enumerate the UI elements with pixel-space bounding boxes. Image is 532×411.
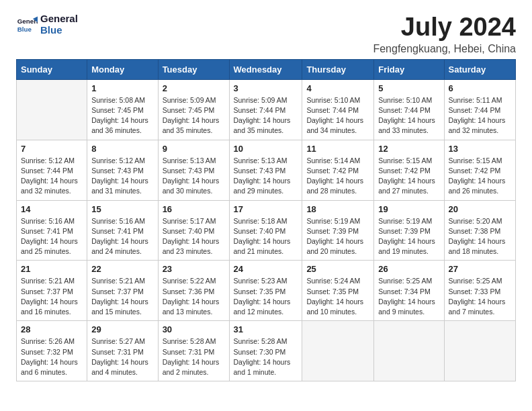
day-info: Sunrise: 5:24 AMSunset: 7:35 PMDaylight:… (306, 276, 369, 317)
col-header-thursday: Thursday (302, 59, 374, 79)
calendar-cell (374, 321, 444, 381)
calendar-cell: 28Sunrise: 5:26 AMSunset: 7:32 PMDayligh… (17, 321, 87, 381)
calendar-week-row: 7Sunrise: 5:12 AMSunset: 7:44 PMDaylight… (17, 140, 516, 200)
calendar-header-row: SundayMondayTuesdayWednesdayThursdayFrid… (17, 59, 516, 79)
calendar-week-row: 21Sunrise: 5:21 AMSunset: 7:37 PMDayligh… (17, 261, 516, 321)
col-header-tuesday: Tuesday (158, 59, 229, 79)
day-number: 22 (91, 264, 153, 274)
day-info: Sunrise: 5:10 AMSunset: 7:44 PMDaylight:… (378, 95, 439, 136)
day-number: 13 (449, 144, 512, 154)
day-info: Sunrise: 5:12 AMSunset: 7:44 PMDaylight:… (21, 156, 83, 197)
day-number: 8 (91, 144, 153, 154)
calendar-cell: 19Sunrise: 5:19 AMSunset: 7:39 PMDayligh… (374, 200, 444, 261)
calendar-cell: 26Sunrise: 5:25 AMSunset: 7:34 PMDayligh… (374, 261, 444, 321)
calendar-cell: 25Sunrise: 5:24 AMSunset: 7:35 PMDayligh… (302, 261, 374, 321)
calendar-cell: 8Sunrise: 5:12 AMSunset: 7:43 PMDaylight… (87, 140, 158, 200)
day-number: 24 (234, 264, 298, 274)
calendar-cell: 27Sunrise: 5:25 AMSunset: 7:33 PMDayligh… (444, 261, 516, 321)
main-title: July 2024 (373, 13, 516, 42)
day-number: 19 (378, 204, 439, 214)
calendar-cell: 5Sunrise: 5:10 AMSunset: 7:44 PMDaylight… (374, 79, 444, 140)
day-info: Sunrise: 5:09 AMSunset: 7:45 PMDaylight:… (163, 95, 225, 136)
day-info: Sunrise: 5:08 AMSunset: 7:45 PMDaylight:… (91, 95, 153, 136)
svg-text:Blue: Blue (17, 25, 32, 32)
calendar-cell: 18Sunrise: 5:19 AMSunset: 7:39 PMDayligh… (302, 200, 374, 261)
calendar-cell: 31Sunrise: 5:28 AMSunset: 7:30 PMDayligh… (229, 321, 302, 381)
day-number: 12 (378, 144, 439, 154)
day-number: 3 (234, 83, 298, 93)
col-header-saturday: Saturday (444, 59, 516, 79)
day-info: Sunrise: 5:10 AMSunset: 7:44 PMDaylight:… (306, 95, 369, 136)
title-block: July 2024 Fengfengkuang, Hebei, China (373, 13, 516, 55)
day-number: 14 (21, 204, 83, 214)
day-number: 4 (306, 83, 369, 93)
day-number: 18 (306, 204, 369, 214)
day-number: 10 (234, 144, 298, 154)
day-info: Sunrise: 5:21 AMSunset: 7:37 PMDaylight:… (91, 276, 153, 317)
day-number: 21 (21, 264, 83, 274)
day-number: 17 (234, 204, 298, 214)
calendar-cell: 14Sunrise: 5:16 AMSunset: 7:41 PMDayligh… (17, 200, 87, 261)
day-number: 29 (91, 324, 153, 334)
day-info: Sunrise: 5:11 AMSunset: 7:44 PMDaylight:… (449, 95, 512, 136)
subtitle: Fengfengkuang, Hebei, China (373, 43, 516, 55)
day-number: 1 (91, 83, 153, 93)
calendar-table: SundayMondayTuesdayWednesdayThursdayFrid… (16, 59, 516, 381)
col-header-monday: Monday (87, 59, 158, 79)
calendar-cell: 13Sunrise: 5:15 AMSunset: 7:42 PMDayligh… (444, 140, 516, 200)
day-info: Sunrise: 5:13 AMSunset: 7:43 PMDaylight:… (163, 156, 225, 197)
day-info: Sunrise: 5:14 AMSunset: 7:42 PMDaylight:… (306, 156, 369, 197)
day-info: Sunrise: 5:16 AMSunset: 7:41 PMDaylight:… (21, 216, 83, 257)
day-number: 26 (378, 264, 439, 274)
calendar-cell: 20Sunrise: 5:20 AMSunset: 7:38 PMDayligh… (444, 200, 516, 261)
day-number: 31 (234, 324, 298, 334)
calendar-cell: 30Sunrise: 5:28 AMSunset: 7:31 PMDayligh… (158, 321, 229, 381)
day-number: 7 (21, 144, 83, 154)
calendar-cell: 1Sunrise: 5:08 AMSunset: 7:45 PMDaylight… (87, 79, 158, 140)
day-info: Sunrise: 5:20 AMSunset: 7:38 PMDaylight:… (449, 216, 512, 257)
day-number: 2 (163, 83, 225, 93)
day-info: Sunrise: 5:19 AMSunset: 7:39 PMDaylight:… (306, 216, 369, 257)
day-info: Sunrise: 5:15 AMSunset: 7:42 PMDaylight:… (378, 156, 439, 197)
calendar-cell: 2Sunrise: 5:09 AMSunset: 7:45 PMDaylight… (158, 79, 229, 140)
day-info: Sunrise: 5:13 AMSunset: 7:43 PMDaylight:… (234, 156, 298, 197)
logo-text-blue: Blue (40, 25, 78, 36)
day-info: Sunrise: 5:19 AMSunset: 7:39 PMDaylight:… (378, 216, 439, 257)
calendar-cell: 3Sunrise: 5:09 AMSunset: 7:44 PMDaylight… (229, 79, 302, 140)
calendar-cell (17, 79, 87, 140)
calendar-week-row: 14Sunrise: 5:16 AMSunset: 7:41 PMDayligh… (17, 200, 516, 261)
day-number: 11 (306, 144, 369, 154)
col-header-sunday: Sunday (17, 59, 87, 79)
day-info: Sunrise: 5:28 AMSunset: 7:30 PMDaylight:… (234, 336, 298, 377)
calendar-cell: 12Sunrise: 5:15 AMSunset: 7:42 PMDayligh… (374, 140, 444, 200)
day-info: Sunrise: 5:23 AMSunset: 7:35 PMDaylight:… (234, 276, 298, 317)
day-number: 5 (378, 83, 439, 93)
day-info: Sunrise: 5:28 AMSunset: 7:31 PMDaylight:… (163, 336, 225, 377)
calendar-week-row: 28Sunrise: 5:26 AMSunset: 7:32 PMDayligh… (17, 321, 516, 381)
calendar-cell: 21Sunrise: 5:21 AMSunset: 7:37 PMDayligh… (17, 261, 87, 321)
day-number: 27 (449, 264, 512, 274)
calendar-cell: 6Sunrise: 5:11 AMSunset: 7:44 PMDaylight… (444, 79, 516, 140)
logo-icon: General Blue (16, 14, 38, 36)
calendar-cell: 29Sunrise: 5:27 AMSunset: 7:31 PMDayligh… (87, 321, 158, 381)
calendar-cell (444, 321, 516, 381)
calendar-cell: 9Sunrise: 5:13 AMSunset: 7:43 PMDaylight… (158, 140, 229, 200)
calendar-week-row: 1Sunrise: 5:08 AMSunset: 7:45 PMDaylight… (17, 79, 516, 140)
calendar-cell: 4Sunrise: 5:10 AMSunset: 7:44 PMDaylight… (302, 79, 374, 140)
logo: General Blue General Blue (16, 13, 78, 36)
day-number: 20 (449, 204, 512, 214)
page-header: General Blue General Blue July 2024 Feng… (16, 13, 516, 55)
day-number: 16 (163, 204, 225, 214)
calendar-cell: 17Sunrise: 5:18 AMSunset: 7:40 PMDayligh… (229, 200, 302, 261)
day-number: 28 (21, 324, 83, 334)
day-info: Sunrise: 5:15 AMSunset: 7:42 PMDaylight:… (449, 156, 512, 197)
day-info: Sunrise: 5:26 AMSunset: 7:32 PMDaylight:… (21, 336, 83, 377)
col-header-wednesday: Wednesday (229, 59, 302, 79)
day-info: Sunrise: 5:21 AMSunset: 7:37 PMDaylight:… (21, 276, 83, 317)
calendar-cell: 22Sunrise: 5:21 AMSunset: 7:37 PMDayligh… (87, 261, 158, 321)
day-info: Sunrise: 5:12 AMSunset: 7:43 PMDaylight:… (91, 156, 153, 197)
day-info: Sunrise: 5:22 AMSunset: 7:36 PMDaylight:… (163, 276, 225, 317)
day-number: 6 (449, 83, 512, 93)
calendar-cell: 7Sunrise: 5:12 AMSunset: 7:44 PMDaylight… (17, 140, 87, 200)
calendar-cell: 10Sunrise: 5:13 AMSunset: 7:43 PMDayligh… (229, 140, 302, 200)
